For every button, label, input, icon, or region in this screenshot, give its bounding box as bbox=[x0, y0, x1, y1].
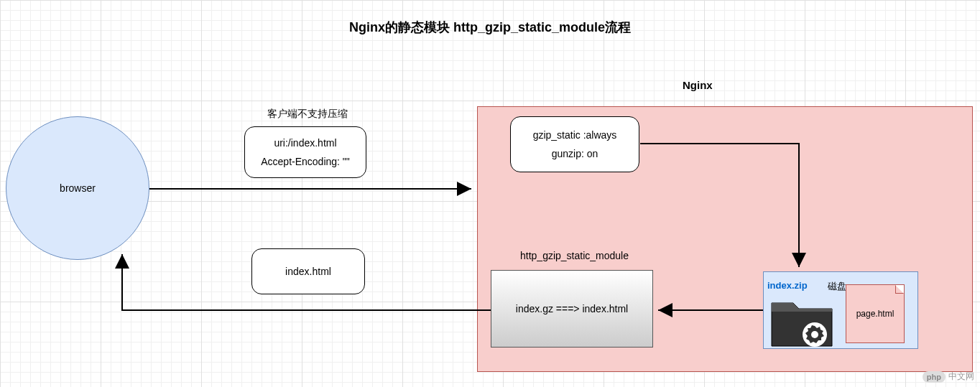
page-file: page.html bbox=[846, 284, 905, 343]
browser-node: browser bbox=[6, 116, 149, 260]
module-box: index.gz ===> index.html bbox=[491, 270, 653, 348]
request-box: uri:/index.html Accept-Encoding: "" bbox=[244, 126, 366, 178]
svg-point-1 bbox=[811, 331, 818, 338]
watermark-text: 中文网 bbox=[948, 370, 974, 383]
response-box: index.html bbox=[251, 248, 365, 294]
config-gunzip: gunzip: on bbox=[552, 148, 598, 159]
browser-label: browser bbox=[60, 182, 96, 194]
nginx-config-box: gzip_static :always gunzip: on bbox=[510, 116, 639, 172]
request-accept-encoding: Accept-Encoding: "" bbox=[261, 156, 350, 167]
response-label: index.html bbox=[285, 266, 331, 277]
request-uri: uri:/index.html bbox=[274, 137, 336, 149]
client-not-support-label: 客户端不支持压缩 bbox=[267, 108, 348, 121]
page-file-label: page.html bbox=[856, 309, 895, 319]
module-transform-text: index.gz ===> index.html bbox=[516, 303, 628, 314]
config-gzip-static: gzip_static :always bbox=[533, 129, 617, 141]
diagram-title: Nginx的静态模块 http_gzip_static_module流程 bbox=[0, 19, 980, 36]
module-label: http_gzip_static_module bbox=[520, 250, 629, 261]
nginx-container-label: Nginx bbox=[683, 79, 713, 91]
watermark: php 中文网 bbox=[923, 370, 974, 383]
folder-icon bbox=[770, 290, 836, 349]
disk-zip-label: index.zip bbox=[767, 280, 808, 291]
watermark-pill: php bbox=[923, 371, 946, 383]
